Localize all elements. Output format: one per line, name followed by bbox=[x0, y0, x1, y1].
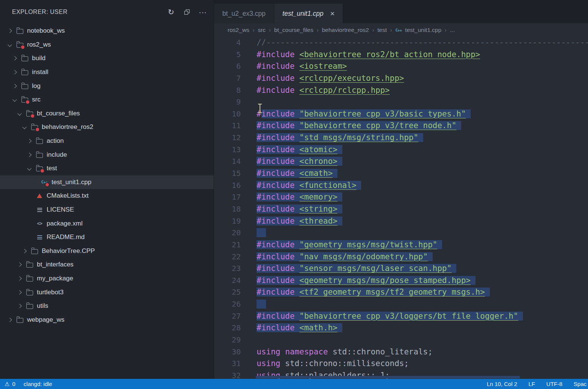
code-line[interactable]: 24#include <geometry_msgs/msg/pose_stamp… bbox=[214, 275, 588, 287]
code-line[interactable]: 29 bbox=[214, 334, 588, 346]
code-line[interactable]: 16#include <functional> bbox=[214, 180, 588, 192]
tree-item-install[interactable]: install bbox=[0, 65, 214, 79]
chevron-spacer bbox=[26, 193, 32, 199]
encoding-indicator[interactable]: UTF-8 bbox=[546, 381, 562, 387]
line-number: 7 bbox=[214, 73, 241, 85]
chevron-right-icon bbox=[12, 55, 18, 61]
code-line[interactable]: 30using namespace std::chrono_literals; bbox=[214, 346, 588, 358]
tree-item-include[interactable]: include bbox=[0, 148, 214, 162]
refresh-button[interactable]: ↻ bbox=[166, 6, 177, 18]
tree-item-label: test_unit1.cpp bbox=[52, 179, 91, 186]
line-number: 21 bbox=[214, 239, 241, 251]
selection-highlight: #include "sensor_msgs/msg/laser_scan.hpp… bbox=[257, 264, 456, 273]
tree-item-webpage_ws[interactable]: webpage_ws bbox=[0, 313, 214, 327]
tab-bt_u2_ex3.cpp[interactable]: bt_u2_ex3.cpp bbox=[214, 4, 274, 23]
line-number: 23 bbox=[214, 263, 241, 275]
breadcrumb-item-src[interactable]: src bbox=[258, 27, 266, 33]
breadcrumb-item-test_unit1.cpp[interactable]: test_unit1.cpp bbox=[405, 27, 442, 33]
problems-indicator[interactable]: ⚠ 0 bbox=[5, 381, 15, 387]
code-line[interactable]: 12#include "std_msgs/msg/string.hpp" bbox=[214, 132, 588, 144]
code-line[interactable]: 5#include <behaviortree_ros2/bt_action_n… bbox=[214, 49, 588, 61]
code-line[interactable]: 14#include <chrono> bbox=[214, 156, 588, 168]
code-line[interactable]: 19#include <thread> bbox=[214, 215, 588, 227]
code-line[interactable]: 9 bbox=[214, 96, 588, 108]
tree-item-ros2_ws[interactable]: ros2_ws bbox=[0, 38, 214, 52]
tree-item-my_package[interactable]: my_package bbox=[0, 272, 214, 286]
clangd-status[interactable]: clangd: idle bbox=[24, 381, 52, 387]
line-number: 11 bbox=[214, 120, 241, 132]
tree-item-BehaviorTree.CPP[interactable]: BehaviorTree.CPP bbox=[0, 244, 214, 258]
tree-item-behaviortree_ros2[interactable]: behaviortree_ros2 bbox=[0, 120, 214, 134]
breadcrumb-item-...[interactable]: ... bbox=[450, 27, 455, 33]
tree-item-README.md[interactable]: README.md bbox=[0, 230, 214, 244]
code-line[interactable]: 8#include <rclcpp/rclcpp.hpp> bbox=[214, 85, 588, 97]
code-line[interactable]: 25#include <tf2_geometry_msgs/tf2_geomet… bbox=[214, 286, 588, 298]
tree-item-notebook_ws[interactable]: notebook_ws bbox=[0, 24, 214, 38]
eol-indicator[interactable]: LF bbox=[529, 381, 535, 387]
tree-item-build[interactable]: build bbox=[0, 51, 214, 65]
modified-badge bbox=[25, 100, 30, 104]
tab-test_unit1.cpp[interactable]: test_unit1.cpp× bbox=[274, 4, 343, 23]
breadcrumb-item-test[interactable]: test bbox=[377, 27, 387, 33]
code-line[interactable]: 23#include "sensor_msgs/msg/laser_scan.h… bbox=[214, 263, 588, 275]
folder-icon bbox=[26, 303, 33, 309]
tree-item-LICENSE[interactable]: LICENSE bbox=[0, 203, 214, 217]
tree-item-label: BehaviorTree.CPP bbox=[42, 247, 95, 255]
close-icon[interactable]: × bbox=[330, 10, 335, 17]
breadcrumb-item-bt_course_files[interactable]: bt_course_files bbox=[274, 27, 313, 33]
folder-icon bbox=[21, 55, 29, 62]
code-line[interactable]: 10#include "behaviortree_cpp_v3/basic_ty… bbox=[214, 108, 588, 120]
code-line[interactable]: 27#include "behaviortree_cpp_v3/loggers/… bbox=[214, 310, 588, 322]
selection-highlight: #include "behaviortree_cpp_v3/tree_node.… bbox=[257, 121, 461, 130]
tree-item-CMakeLists.txt[interactable]: CMakeLists.txt bbox=[0, 189, 214, 203]
tree-item-bt_course_files[interactable]: bt_course_files bbox=[0, 107, 214, 121]
tree-item-label: install bbox=[32, 68, 48, 76]
code-line[interactable]: 21#include "geometry_msgs/msg/twist.hpp" bbox=[214, 239, 588, 251]
line-number: 4 bbox=[214, 37, 241, 49]
tree-item-turtlebot3[interactable]: turtlebot3 bbox=[0, 285, 214, 299]
modified-badge bbox=[35, 127, 40, 132]
code-line[interactable]: 28#include <math.h> bbox=[214, 322, 588, 334]
tree-item-log[interactable]: log bbox=[0, 79, 214, 93]
code-line[interactable]: 13#include <atomic> bbox=[214, 144, 588, 156]
code-line[interactable]: 7#include <rclcpp/executors.hpp> bbox=[214, 73, 588, 85]
code-line[interactable]: 15#include <cmath> bbox=[214, 168, 588, 180]
cursor-position-indicator[interactable]: Ln 10, Col 2 bbox=[487, 381, 517, 387]
tree-item-utils[interactable]: utils bbox=[0, 299, 214, 313]
tree-item-action[interactable]: action bbox=[0, 134, 214, 148]
code-line[interactable]: 20 bbox=[214, 227, 588, 239]
selection-highlight: #include "geometry_msgs/msg/twist.hpp" bbox=[257, 240, 442, 249]
tree-item-label: package.xml bbox=[47, 220, 82, 227]
collapse-folders-button[interactable] bbox=[181, 6, 193, 18]
tree-item-src[interactable]: src bbox=[0, 93, 214, 107]
code-line[interactable]: 17#include <memory> bbox=[214, 191, 588, 203]
selection-highlight: #include <memory> bbox=[257, 192, 342, 201]
breadcrumb-item-ros2_ws[interactable]: ros2_ws bbox=[228, 27, 249, 33]
code-line[interactable]: 22#include "nav_msgs/msg/odometry.hpp" bbox=[214, 251, 588, 263]
horizontal-scrollbar[interactable] bbox=[256, 376, 520, 378]
folder-icon bbox=[31, 248, 38, 254]
selection-highlight: #include <chrono> bbox=[257, 157, 342, 166]
breadcrumb-item-behaviortree_ros2[interactable]: behaviortree_ros2 bbox=[322, 27, 369, 33]
indentation-indicator[interactable]: Spac bbox=[574, 381, 586, 387]
tree-item-bt_interfaces[interactable]: bt_interfaces bbox=[0, 258, 214, 272]
line-number: 30 bbox=[214, 346, 241, 358]
explorer-header: EXPLORER: USER ↻ ··· bbox=[0, 0, 214, 24]
code-line[interactable]: 6#include <iostream> bbox=[214, 61, 588, 73]
more-actions-icon: ··· bbox=[199, 8, 207, 17]
code-line[interactable]: 11#include "behaviortree_cpp_v3/tree_nod… bbox=[214, 120, 588, 132]
code-line[interactable]: 26 bbox=[214, 298, 588, 310]
folder-icon bbox=[26, 110, 33, 117]
tree-item-test_unit1.cpp[interactable]: C++test_unit1.cpp bbox=[0, 176, 214, 189]
chevron-separator-icon: › bbox=[269, 27, 271, 33]
code-line[interactable]: 31using std::chrono::milliseconds; bbox=[214, 358, 588, 370]
code-line[interactable]: 18#include <string> bbox=[214, 203, 588, 215]
file-tree: notebook_wsros2_wsbuildinstalllogsrcbt_c… bbox=[0, 24, 214, 379]
tree-item-label: log bbox=[32, 82, 41, 90]
code-editor[interactable]: 4//-------------------------------------… bbox=[214, 37, 588, 379]
code-line[interactable]: 4//-------------------------------------… bbox=[214, 37, 588, 49]
more-actions-button[interactable]: ··· bbox=[197, 6, 208, 18]
modified-badge bbox=[40, 168, 45, 173]
tree-item-package.xml[interactable]: <>package.xml bbox=[0, 216, 214, 230]
tree-item-test[interactable]: test bbox=[0, 162, 214, 176]
